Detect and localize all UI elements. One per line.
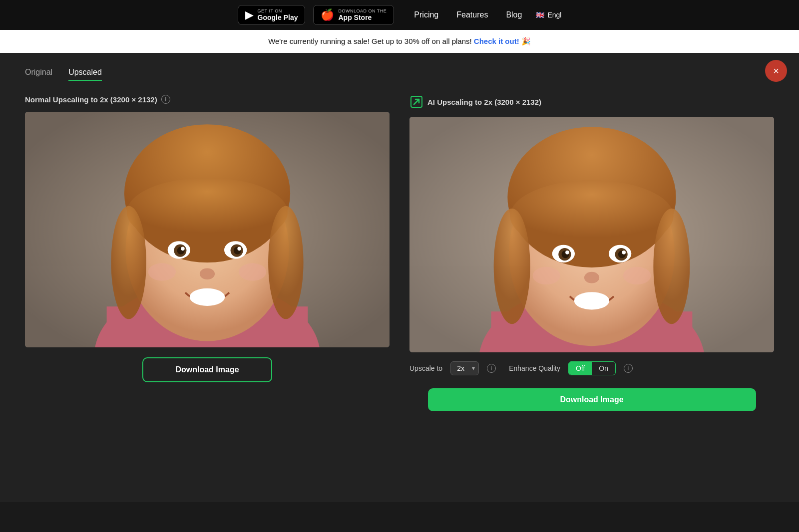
flag-icon: 🇬🇧: [536, 11, 544, 19]
upscale-info-icon[interactable]: i: [487, 364, 496, 373]
nav-links: Pricing Features Blog: [414, 10, 522, 19]
normal-upscaling-title: Normal Upscaling to 2x (3200 × 2132) i: [25, 95, 390, 104]
ai-panel-bottom: Download Image: [409, 388, 774, 411]
sale-link[interactable]: Check it out! 🎉: [474, 37, 531, 45]
svg-point-38: [574, 292, 609, 309]
panel-grid: Normal Upscaling to 2x (3200 × 2132) i: [25, 95, 774, 411]
language-selector[interactable]: 🇬🇧 Engl: [536, 11, 561, 19]
google-play-sub: GET IT ON: [258, 8, 298, 13]
sale-banner: We're currently running a sale! Get up t…: [0, 30, 799, 53]
svg-point-14: [237, 247, 241, 251]
svg-point-16: [190, 288, 225, 306]
svg-point-36: [622, 251, 626, 255]
main-content: Original Upscaled Normal Upscaling to 2x…: [0, 53, 799, 502]
normal-image: [25, 112, 390, 347]
tab-upscaled[interactable]: Upscaled: [68, 68, 102, 81]
ai-upscaling-panel: AI Upscaling to 2x (3200 × 2132): [409, 95, 774, 411]
nav-features[interactable]: Features: [456, 10, 488, 19]
svg-point-10: [181, 247, 185, 251]
nav-pricing[interactable]: Pricing: [414, 10, 438, 19]
svg-point-17: [111, 206, 146, 319]
close-button[interactable]: ×: [765, 60, 787, 82]
normal-panel-bottom: Download Image: [25, 352, 390, 382]
svg-point-39: [494, 209, 530, 324]
svg-point-19: [148, 263, 176, 280]
enhance-info-icon[interactable]: i: [624, 364, 633, 373]
svg-point-20: [239, 263, 266, 280]
svg-point-28: [510, 180, 673, 252]
enhance-quality-label: Enhance Quality: [509, 364, 560, 372]
svg-point-42: [623, 267, 651, 284]
ai-controls-row: Upscale to 2x 1x 4x ▾ i Enhance Quality …: [409, 361, 774, 375]
ai-image-container: [409, 117, 774, 352]
nav-blog[interactable]: Blog: [506, 10, 522, 19]
sale-text: We're currently running a sale! Get up t…: [268, 37, 472, 45]
ai-download-button[interactable]: Download Image: [428, 388, 756, 411]
svg-point-37: [584, 272, 599, 283]
svg-point-32: [565, 251, 569, 255]
svg-point-40: [653, 209, 690, 324]
toggle-off-option[interactable]: Off: [569, 362, 592, 375]
upscale-label: Upscale to: [409, 364, 442, 372]
svg-point-18: [268, 206, 303, 319]
app-store-button[interactable]: 🍎 Download on the App Store: [313, 5, 394, 25]
normal-upscaling-panel: Normal Upscaling to 2x (3200 × 2132) i: [25, 95, 390, 411]
app-store-sub: Download on the: [338, 8, 387, 13]
ai-upscale-icon: [409, 95, 423, 109]
svg-point-15: [200, 268, 215, 279]
svg-point-6: [127, 178, 288, 247]
google-play-button[interactable]: ▶ GET IT ON Google Play: [238, 5, 306, 25]
google-play-name: Google Play: [258, 13, 298, 21]
enhance-toggle[interactable]: Off On: [568, 361, 616, 375]
language-label: Engl: [547, 11, 561, 19]
header: ▶ GET IT ON Google Play 🍎 Download on th…: [0, 0, 799, 30]
upscale-select-wrapper: 2x 1x 4x ▾: [450, 361, 479, 375]
ai-upscaling-title: AI Upscaling to 2x (3200 × 2132): [409, 95, 774, 109]
toggle-on-option[interactable]: On: [592, 362, 615, 375]
apple-icon: 🍎: [321, 8, 334, 21]
normal-info-icon[interactable]: i: [161, 95, 170, 104]
normal-download-button[interactable]: Download Image: [142, 357, 272, 382]
tab-original[interactable]: Original: [25, 68, 52, 81]
tabs: Original Upscaled: [25, 68, 774, 81]
svg-point-41: [533, 267, 560, 284]
ai-image: [409, 117, 774, 352]
app-store-name: App Store: [338, 13, 387, 21]
upscale-select[interactable]: 2x 1x 4x: [450, 361, 479, 375]
normal-image-container: [25, 112, 390, 347]
google-play-icon: ▶: [245, 8, 254, 21]
